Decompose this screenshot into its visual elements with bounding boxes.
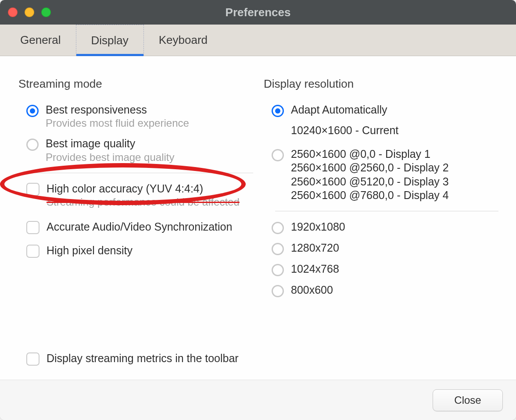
checkbox-icon (26, 352, 39, 366)
radio-res-1920x1080[interactable]: 1920x1080 (264, 217, 500, 238)
option-label: Adapt Automatically (291, 103, 387, 117)
radio-icon (26, 139, 39, 151)
display-resolution-section: Display resolution Adapt Automatically 1… (264, 77, 500, 380)
tab-keyboard[interactable]: Keyboard (144, 25, 222, 56)
radio-icon (272, 285, 284, 297)
minimize-window-icon[interactable] (25, 7, 34, 17)
checkbox-icon (26, 245, 39, 258)
option-label: 800x600 (291, 283, 333, 297)
checkbox-icon (26, 183, 39, 196)
display-line: 2560×1600 @5120,0 - Display 3 (291, 175, 449, 189)
option-hint: Streaming performance could be affected (47, 196, 240, 209)
radio-res-1024x768[interactable]: 1024x768 (264, 260, 500, 281)
tab-display[interactable]: Display (76, 25, 144, 56)
display-pane: Streaming mode Best responsiveness Provi… (0, 56, 516, 380)
streaming-mode-section: Streaming mode Best responsiveness Provi… (18, 77, 255, 380)
streaming-mode-title: Streaming mode (18, 77, 255, 91)
divider (275, 211, 498, 211)
radio-adapt-automatically[interactable]: Adapt Automatically (264, 100, 500, 121)
radio-icon (272, 222, 284, 234)
window-controls (8, 7, 51, 17)
option-text: Best responsiveness Provides most fluid … (46, 103, 189, 130)
display-line: 2560×1600 @7680,0 - Display 4 (291, 189, 449, 202)
checkbox-icon (26, 221, 39, 234)
option-label: Accurate Audio/Video Synchronization (47, 220, 232, 234)
checkbox-high-pixel-density[interactable]: High pixel density (18, 241, 255, 262)
tabstrip: General Display Keyboard (0, 25, 516, 56)
radio-per-display-group[interactable]: 2560×1600 @0,0 - Display 1 2560×1600 @25… (264, 145, 500, 206)
option-text: High color accuracy (YUV 4:4:4) Streamin… (47, 182, 240, 209)
option-label: 1024x768 (291, 262, 339, 276)
radio-res-800x600[interactable]: 800x600 (264, 281, 500, 302)
option-label: High pixel density (47, 244, 133, 257)
radio-icon (272, 105, 284, 117)
tab-general[interactable]: General (5, 25, 76, 56)
close-window-icon[interactable] (8, 7, 18, 17)
option-label: Best responsiveness (46, 103, 189, 117)
preferences-window: Preferences General Display Keyboard Str… (0, 0, 516, 420)
option-text: 2560×1600 @0,0 - Display 1 2560×1600 @25… (291, 147, 449, 202)
checkbox-accurate-av-sync[interactable]: Accurate Audio/Video Synchronization (18, 213, 255, 241)
option-hint: Provides most fluid experience (46, 117, 189, 130)
radio-icon (272, 264, 284, 276)
checkbox-display-metrics[interactable]: Display streaming metrics in the toolbar (26, 349, 239, 370)
current-resolution-text: 10240×1600 - Current (264, 124, 500, 137)
checkbox-high-color-accuracy[interactable]: High color accuracy (YUV 4:4:4) Streamin… (18, 179, 255, 213)
radio-res-1280x720[interactable]: 1280x720 (264, 238, 500, 260)
radio-icon (26, 105, 39, 117)
option-label: High color accuracy (YUV 4:4:4) (47, 182, 240, 196)
radio-icon (272, 149, 284, 161)
display-line: 2560×1600 @2560,0 - Display 2 (291, 161, 449, 174)
zoom-window-icon[interactable] (41, 7, 51, 17)
close-button[interactable]: Close (433, 389, 503, 411)
window-title: Preferences (0, 6, 516, 19)
option-label: Display streaming metrics in the toolbar (47, 352, 239, 365)
option-label: 1280x720 (291, 241, 339, 255)
display-line: 2560×1600 @0,0 - Display 1 (291, 147, 449, 161)
option-label: 1920x1080 (291, 220, 345, 234)
radio-icon (272, 243, 284, 255)
dialog-footer: Close (0, 380, 516, 420)
divider (30, 173, 253, 173)
option-label: Best image quality (46, 137, 174, 150)
radio-best-image-quality[interactable]: Best image quality Provides best image q… (18, 134, 255, 168)
option-text: Best image quality Provides best image q… (46, 137, 174, 164)
radio-best-responsiveness[interactable]: Best responsiveness Provides most fluid … (18, 100, 255, 134)
titlebar: Preferences (0, 0, 516, 25)
option-hint: Provides best image quality (46, 151, 174, 164)
display-resolution-title: Display resolution (264, 77, 500, 91)
